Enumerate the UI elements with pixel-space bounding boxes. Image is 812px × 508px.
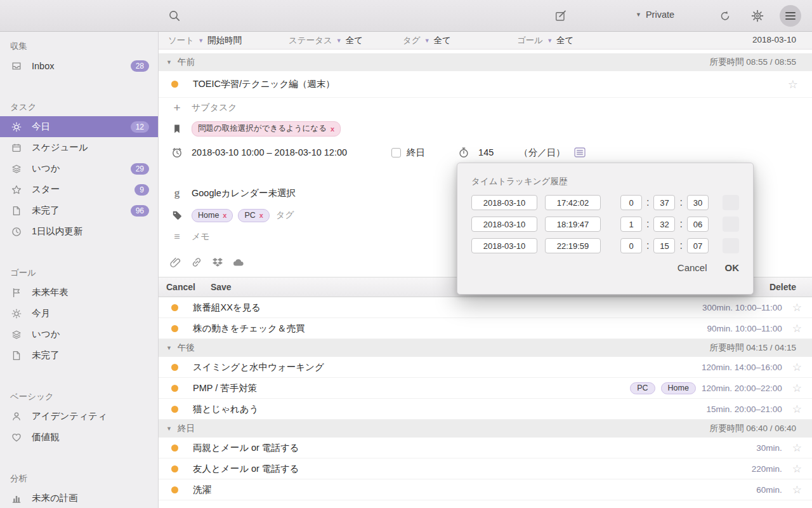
time-tracking-history-button[interactable]	[574, 147, 586, 157]
sidebar-item-label: スター	[32, 184, 134, 196]
task-row[interactable]: 猫とじゃれあう 15min. 20:00–21:00 ☆	[159, 399, 812, 420]
star-icon[interactable]: ☆	[792, 462, 802, 476]
remove-tag-icon[interactable]: x	[331, 125, 334, 133]
tracking-date-field[interactable]: 2018-03-10	[471, 238, 537, 253]
star-icon[interactable]: ☆	[792, 441, 802, 455]
tracking-minutes-field[interactable]: 37	[653, 195, 675, 210]
remove-tag-icon[interactable]: x	[259, 211, 263, 219]
section-header-pm[interactable]: ▼ 午後 所要時間 04:15 / 04:15	[159, 339, 812, 357]
sidebar-section-basic: ベーシック アイデンティティ 価値観	[0, 385, 158, 448]
sidebar-item-incomplete[interactable]: 未完了 96	[0, 200, 158, 221]
tag-input-placeholder[interactable]: タグ	[276, 210, 294, 221]
estimated-minutes-field[interactable]: 145	[478, 147, 494, 157]
task-status-dot[interactable]	[171, 486, 178, 493]
tag-filter[interactable]: タグ ▼ 全て	[403, 35, 451, 46]
star-icon[interactable]: ☆	[788, 77, 798, 91]
task-status-dot[interactable]	[171, 406, 178, 413]
task-status-dot[interactable]	[171, 81, 178, 88]
link-icon[interactable]	[191, 257, 202, 268]
add-subtask-button[interactable]: + サブタスク	[159, 98, 812, 118]
menu-button[interactable]	[780, 5, 801, 27]
task-status-dot[interactable]	[171, 325, 178, 332]
task-status-dot[interactable]	[171, 385, 178, 392]
refresh-icon[interactable]	[719, 10, 731, 22]
row-action-button[interactable]	[723, 217, 739, 232]
sidebar-item-inbox[interactable]: Inbox 28	[0, 55, 158, 76]
task-row[interactable]: 両親とメール or 電話する 30min. ☆	[159, 438, 812, 458]
popup-cancel-button[interactable]: Cancel	[678, 262, 707, 273]
task-title: 猫とじゃれあう	[193, 403, 259, 415]
sidebar-item-this-month[interactable]: 今月	[0, 303, 158, 324]
sidebar-item-identity[interactable]: アイデンティティ	[0, 406, 158, 427]
sidebar-item-goal-someday[interactable]: いつか	[0, 324, 158, 345]
task-row[interactable]: 友人とメール or 電話する 220min. ☆	[159, 458, 812, 479]
section-header-allday[interactable]: ▼ 終日 所要時間 06:40 / 06:40	[159, 420, 812, 438]
star-icon[interactable]: ☆	[792, 403, 802, 416]
sidebar-item-someday[interactable]: いつか 29	[0, 158, 158, 179]
tracking-hours-field[interactable]: 0	[620, 238, 642, 253]
tracking-seconds-field[interactable]: 06	[687, 217, 709, 232]
task-status-dot[interactable]	[171, 465, 178, 472]
sidebar-item-updated-1day[interactable]: 1日以内更新	[0, 221, 158, 242]
task-status-dot[interactable]	[171, 444, 178, 451]
tracking-seconds-field[interactable]: 07	[687, 238, 709, 253]
sidebar-item-future-plan[interactable]: 未来の計画	[0, 488, 158, 508]
sidebar-item-values[interactable]: 価値観	[0, 427, 158, 448]
tracking-date-field[interactable]: 2018-03-10	[471, 217, 537, 232]
task-row[interactable]: PMP / 苦手対策 PC Home 120min. 20:00–22:00 ☆	[159, 378, 812, 399]
save-button[interactable]: Save	[211, 282, 232, 292]
tracking-minutes-field[interactable]: 15	[653, 238, 675, 253]
popup-ok-button[interactable]: OK	[725, 262, 740, 273]
attachment-paperclip-icon[interactable]	[170, 257, 181, 268]
chevron-down-icon: ▼	[547, 37, 553, 44]
task-status-dot[interactable]	[171, 304, 178, 311]
star-icon[interactable]: ☆	[792, 322, 802, 335]
tracking-hours-field[interactable]: 0	[620, 195, 642, 210]
tag-pill[interactable]: Home x	[192, 209, 233, 222]
sidebar-item-future-timeline[interactable]: 未来年表	[0, 282, 158, 303]
task-row[interactable]: 株の動きをチェック＆売買 90min. 10:00–11:00 ☆	[159, 318, 812, 339]
section-duration: 所要時間 08:55 / 08:55	[709, 57, 796, 68]
tracking-date-field[interactable]: 2018-03-10	[471, 195, 537, 210]
row-action-button[interactable]	[723, 238, 739, 253]
allday-checkbox[interactable]	[391, 148, 401, 157]
sidebar-item-schedule[interactable]: スケジュール	[0, 137, 158, 158]
sort-filter[interactable]: ソート ▼ 開始時間	[168, 35, 242, 46]
cancel-button[interactable]: Cancel	[166, 282, 195, 292]
star-icon[interactable]: ☆	[792, 483, 802, 497]
gear-icon[interactable]	[751, 10, 764, 22]
compose-icon[interactable]	[554, 10, 567, 22]
task-row[interactable]: 洗濯 60min. ☆	[159, 479, 812, 500]
delete-button[interactable]: Delete	[769, 282, 796, 292]
search-icon[interactable]	[168, 10, 181, 22]
dropbox-icon[interactable]	[212, 257, 223, 267]
time-range-field[interactable]: 2018-03-10 10:00 – 2018-03-10 12:00	[192, 147, 347, 157]
tracking-seconds-field[interactable]: 30	[687, 195, 709, 210]
row-action-button[interactable]	[723, 195, 739, 210]
task-row[interactable]: スイミングと水中ウォーキング 120min. 14:00–16:00 ☆	[159, 357, 812, 378]
cloud-icon[interactable]	[233, 258, 244, 267]
star-icon[interactable]: ☆	[792, 382, 802, 395]
goal-filter[interactable]: ゴール ▼ 全て	[517, 35, 573, 46]
status-filter[interactable]: ステータス ▼ 全て	[289, 35, 363, 46]
sidebar-item-goal-incomplete[interactable]: 未完了	[0, 345, 158, 366]
tracking-minutes-field[interactable]: 32	[653, 217, 675, 232]
account-dropdown[interactable]: ▼ Private	[636, 10, 674, 20]
task-row[interactable]: 旅番組XXを見る 300min. 10:00–11:00 ☆	[159, 297, 812, 318]
tag-pill[interactable]: PC x	[238, 209, 270, 222]
sidebar-item-starred[interactable]: スター 9	[0, 179, 158, 200]
tracking-start-field[interactable]: 17:42:02	[545, 195, 601, 210]
goal-tag-pill[interactable]: 問題の取捨選択ができるようになる x	[192, 121, 341, 137]
star-icon[interactable]: ☆	[792, 301, 802, 314]
tracking-start-field[interactable]: 22:19:59	[545, 238, 601, 253]
task-status-dot[interactable]	[171, 364, 178, 371]
tracking-start-field[interactable]: 18:19:47	[545, 217, 601, 232]
task-title: 両親とメール or 電話する	[193, 442, 299, 454]
tracking-hours-field[interactable]: 1	[620, 217, 642, 232]
star-icon[interactable]: ☆	[792, 361, 802, 374]
sidebar-item-today[interactable]: 今日 12	[0, 116, 158, 137]
section-header-am[interactable]: ▼ 午前 所要時間 08:55 / 08:55	[159, 53, 812, 71]
task-title[interactable]: TOEIC学習/テクニック編（週末）	[193, 78, 335, 90]
filter-label: ステータス	[289, 35, 332, 46]
remove-tag-icon[interactable]: x	[223, 211, 226, 219]
